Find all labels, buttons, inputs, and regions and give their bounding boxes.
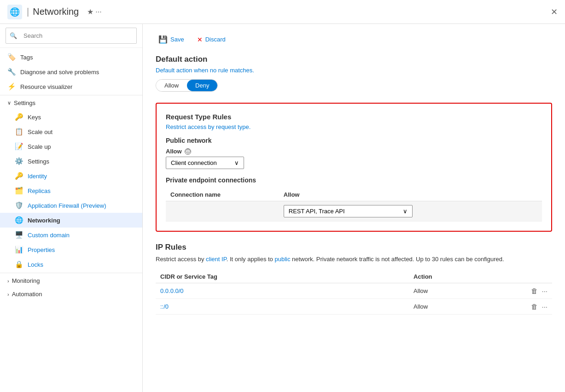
ip-rules-description: Restrict access by client IP. It only ap… xyxy=(156,255,552,264)
ip-rules-link-public[interactable]: public xyxy=(274,256,290,263)
public-network-allow-label: Allow ⓘ xyxy=(166,148,542,155)
monitoring-chevron-icon: › xyxy=(7,278,9,284)
discard-button[interactable]: ✕ Discard xyxy=(194,34,228,45)
sidebar-search-container: 🔍 xyxy=(0,24,142,48)
sidebar-label-app-firewall: Application Firewall (Preview) xyxy=(28,202,106,209)
allow-info-icon[interactable]: ⓘ xyxy=(185,148,191,155)
sidebar-label-settings: Settings xyxy=(28,158,49,165)
sidebar-section-monitoring[interactable]: › Monitoring xyxy=(0,274,142,287)
ip-rules-section: IP Rules Restrict access by client IP. I… xyxy=(156,243,552,315)
more-options-button[interactable]: ··· xyxy=(95,8,101,16)
pep-connection-name xyxy=(166,201,279,222)
sidebar-item-identity[interactable]: 🔑 Identity xyxy=(0,169,142,183)
public-network-dropdown[interactable]: Client connection ∨ xyxy=(166,157,244,169)
pep-allow-cell: REST API, Trace API ∨ xyxy=(279,201,542,222)
ip-delete-button-2[interactable]: 🗑 xyxy=(531,303,538,310)
sidebar-label-replicas: Replicas xyxy=(28,187,51,194)
toolbar: 💾 Save ✕ Discard xyxy=(156,33,552,46)
sidebar-label-resource-visualizer: Resource visualizer xyxy=(20,83,72,90)
private-endpoint-table: Connection name Allow REST API, Trace AP… xyxy=(166,188,542,222)
automation-chevron-icon: › xyxy=(7,292,9,297)
public-network-dropdown-value: Client connection xyxy=(171,159,217,166)
discard-label: Discard xyxy=(205,36,226,43)
sidebar-item-scale-out[interactable]: 📋 Scale out xyxy=(0,124,142,139)
default-action-section: Default action Default action when no ru… xyxy=(156,55,552,92)
sidebar: 🔍 🏷️ Tags 🔧 Diagnose and solve problems … xyxy=(0,24,143,392)
sidebar-item-app-firewall[interactable]: 🛡️ Application Firewall (Preview) xyxy=(0,198,142,213)
sidebar-section-automation-label: Automation xyxy=(12,291,42,298)
deny-toggle-button[interactable]: Deny xyxy=(187,80,217,91)
search-input[interactable] xyxy=(20,30,133,41)
request-type-rules-title: Request Type Rules xyxy=(166,113,542,121)
pep-allow-dropdown-chevron: ∨ xyxy=(403,208,408,215)
sidebar-section-automation[interactable]: › Automation xyxy=(0,287,142,301)
save-icon: 💾 xyxy=(158,35,168,44)
sidebar-item-resource-visualizer[interactable]: ⚡ Resource visualizer xyxy=(0,79,142,94)
sidebar-item-keys[interactable]: 🔑 Keys xyxy=(0,110,142,124)
sidebar-section-settings[interactable]: ∨ Settings xyxy=(0,96,142,110)
pep-col-connection-name: Connection name xyxy=(166,188,279,201)
private-endpoint-title: Private endpoint connections xyxy=(166,176,542,184)
locks-icon: 🔒 xyxy=(15,260,23,269)
app-icon: 🌐 xyxy=(7,5,22,19)
ip-action-1: Allow xyxy=(409,283,515,298)
sidebar-label-networking: Networking xyxy=(28,217,60,224)
ip-action-2: Allow xyxy=(409,298,515,314)
title-bar: 🌐 | Networking ★ ··· ✕ xyxy=(0,0,565,24)
ip-rules-title: IP Rules xyxy=(156,243,552,252)
ip-delete-button-1[interactable]: 🗑 xyxy=(531,287,538,295)
ip-rules-link-client-ip[interactable]: client IP xyxy=(206,256,227,263)
pep-allow-dropdown[interactable]: REST API, Trace API ∨ xyxy=(284,205,413,217)
search-icon: 🔍 xyxy=(10,32,17,39)
sidebar-label-scale-up: Scale up xyxy=(28,143,51,150)
sidebar-label-scale-out: Scale out xyxy=(28,129,52,135)
sidebar-item-tags[interactable]: 🏷️ Tags xyxy=(0,50,142,64)
sidebar-label-identity: Identity xyxy=(28,173,47,180)
sidebar-label-custom-domain: Custom domain xyxy=(28,232,70,239)
replicas-icon: 🗂️ xyxy=(15,187,23,195)
sidebar-item-diagnose[interactable]: 🔧 Diagnose and solve problems xyxy=(0,64,142,79)
sidebar-item-replicas[interactable]: 🗂️ Replicas xyxy=(0,183,142,198)
svg-text:🌐: 🌐 xyxy=(10,7,20,17)
settings-chevron-icon: ∨ xyxy=(7,100,11,106)
diagnose-icon: 🔧 xyxy=(7,68,16,76)
pep-row: REST API, Trace API ∨ xyxy=(166,201,542,222)
close-button[interactable]: ✕ xyxy=(551,7,558,17)
properties-icon: 📊 xyxy=(15,246,23,254)
scale-up-icon: 📝 xyxy=(15,142,23,151)
tags-icon: 🏷️ xyxy=(7,53,16,61)
networking-icon: 🌐 xyxy=(15,216,23,224)
allow-toggle-button[interactable]: Allow xyxy=(156,80,187,91)
sidebar-item-custom-domain[interactable]: 🖥️ Custom domain xyxy=(0,228,142,242)
main-content: 💾 Save ✕ Discard Default action Default … xyxy=(143,24,565,392)
sidebar-item-scale-up[interactable]: 📝 Scale up xyxy=(0,139,142,154)
default-action-description: Default action when no rule matches. xyxy=(156,67,552,74)
ip-row-2: ::/0 Allow 🗑 ··· xyxy=(156,298,552,314)
discard-icon: ✕ xyxy=(197,36,203,43)
ip-col-cidr: CIDR or Service Tag xyxy=(156,270,409,283)
public-network-title: Public network xyxy=(166,137,542,144)
ip-more-button-1[interactable]: ··· xyxy=(542,287,548,295)
request-type-rules-description: Restrict access by request type. xyxy=(166,123,542,130)
sidebar-item-properties[interactable]: 📊 Properties xyxy=(0,242,142,257)
sidebar-label-properties: Properties xyxy=(28,246,55,253)
sidebar-item-settings[interactable]: ⚙️ Settings xyxy=(0,154,142,169)
favorite-button[interactable]: ★ xyxy=(87,7,93,16)
ip-col-action: Action xyxy=(409,270,515,283)
public-network-subsection: Public network Allow ⓘ Client connection… xyxy=(166,137,542,169)
resource-visualizer-icon: ⚡ xyxy=(7,82,16,91)
identity-icon: 🔑 xyxy=(15,172,23,180)
pep-allow-dropdown-value: REST API, Trace API xyxy=(289,208,345,215)
ip-more-button-2[interactable]: ··· xyxy=(542,303,548,310)
allow-deny-toggle: Allow Deny xyxy=(156,79,218,92)
sidebar-item-networking[interactable]: 🌐 Networking xyxy=(0,213,142,228)
app-firewall-icon: 🛡️ xyxy=(15,201,23,210)
save-button[interactable]: 💾 Save xyxy=(156,33,187,46)
title-pipe: | xyxy=(27,6,29,17)
private-endpoint-section: Private endpoint connections Connection … xyxy=(166,176,542,222)
sidebar-item-locks[interactable]: 🔒 Locks xyxy=(0,257,142,272)
ip-cidr-1: 0.0.0.0/0 xyxy=(156,283,409,298)
save-label: Save xyxy=(170,36,184,43)
sidebar-section-settings-label: Settings xyxy=(14,99,35,106)
ip-cidr-2: ::/0 xyxy=(156,298,409,314)
